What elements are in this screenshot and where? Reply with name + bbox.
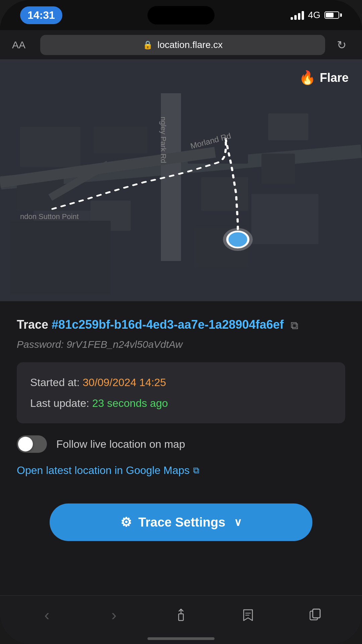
trace-settings-button[interactable]: ⚙ Trace Settings ∨ <box>50 503 312 541</box>
last-update-line: Last update: 23 seconds ago <box>30 395 332 411</box>
info-box: Started at: 30/09/2024 14:25 Last update… <box>17 362 345 423</box>
last-update-label: Last update: <box>30 397 92 409</box>
status-time: 14:31 <box>20 6 62 24</box>
svg-point-1 <box>227 231 248 248</box>
trace-title: Trace #81c259bf-b16d-4ed3-aa7e-1a28904fa… <box>17 316 345 333</box>
started-value: 30/09/2024 14:25 <box>83 376 166 388</box>
dynamic-island <box>147 6 215 24</box>
settings-gear-icon: ⚙ <box>120 515 132 530</box>
street-label-sutton: ndon Sutton Point <box>20 212 79 221</box>
browser-bar: AA 🔒 location.flare.cx ↻ <box>0 30 362 60</box>
password-label: Password: <box>17 339 66 350</box>
trace-id: #81c259bf-b16d-4ed3-aa7e-1a28904fa6ef <box>52 318 284 331</box>
bookmarks-button[interactable] <box>235 607 261 623</box>
url-bar[interactable]: 🔒 location.flare.cx <box>40 35 325 55</box>
external-link-icon: ⧉ <box>193 465 199 476</box>
forward-button[interactable]: › <box>101 606 127 624</box>
network-label: 4G <box>308 10 320 20</box>
copy-icon[interactable]: ⧉ <box>291 318 298 333</box>
share-button[interactable] <box>168 607 194 623</box>
maps-link-text: Open latest location in Google Maps <box>17 464 190 477</box>
phone-frame: 14:31 4G AA 🔒 location.flare.cx ↻ <box>0 0 362 644</box>
map-container[interactable]: Morland Rd ngley Park Rd ndon Sutton Poi… <box>0 60 362 301</box>
flare-logo: 🔥 Flare <box>299 70 349 86</box>
map-background: Morland Rd ngley Park Rd ndon Sutton Poi… <box>0 60 362 301</box>
flare-flame-icon: 🔥 <box>299 70 316 86</box>
trace-label: Trace <box>17 318 52 331</box>
signal-icon <box>291 10 304 20</box>
tabs-button[interactable] <box>302 607 328 623</box>
follow-toggle[interactable] <box>17 435 47 453</box>
follow-label: Follow live location on map <box>56 438 185 450</box>
home-indicator <box>147 637 215 640</box>
content-area: Trace #81c259bf-b16d-4ed3-aa7e-1a28904fa… <box>0 301 362 595</box>
last-update-value: 23 seconds ago <box>92 397 168 409</box>
started-label: Started at: <box>30 376 83 388</box>
svg-rect-6 <box>313 609 320 618</box>
started-line: Started at: 30/09/2024 14:25 <box>30 374 332 390</box>
browser-nav: ‹ › <box>0 595 362 644</box>
status-right: 4G <box>291 10 342 20</box>
password-value: 9rV1FEB_n24vl50aVdtAw <box>66 339 182 350</box>
refresh-button[interactable]: ↻ <box>333 38 350 52</box>
maps-link[interactable]: Open latest location in Google Maps ⧉ <box>17 464 199 477</box>
back-button[interactable]: ‹ <box>34 606 60 624</box>
lock-icon: 🔒 <box>143 40 153 50</box>
svg-rect-2 <box>179 614 183 621</box>
password-line: Password: 9rV1FEB_n24vl50aVdtAw <box>17 339 345 350</box>
flare-brand-name: Flare <box>320 71 349 85</box>
url-text: location.flare.cx <box>158 40 223 50</box>
battery-icon <box>324 11 342 19</box>
street-label-ngley: ngley Park Rd <box>159 117 168 163</box>
chevron-down-icon: ∨ <box>234 516 242 529</box>
trace-settings-label: Trace Settings <box>138 515 226 530</box>
trace-path <box>0 60 362 301</box>
aa-button[interactable]: AA <box>12 39 32 51</box>
follow-toggle-row: Follow live location on map <box>17 435 345 453</box>
